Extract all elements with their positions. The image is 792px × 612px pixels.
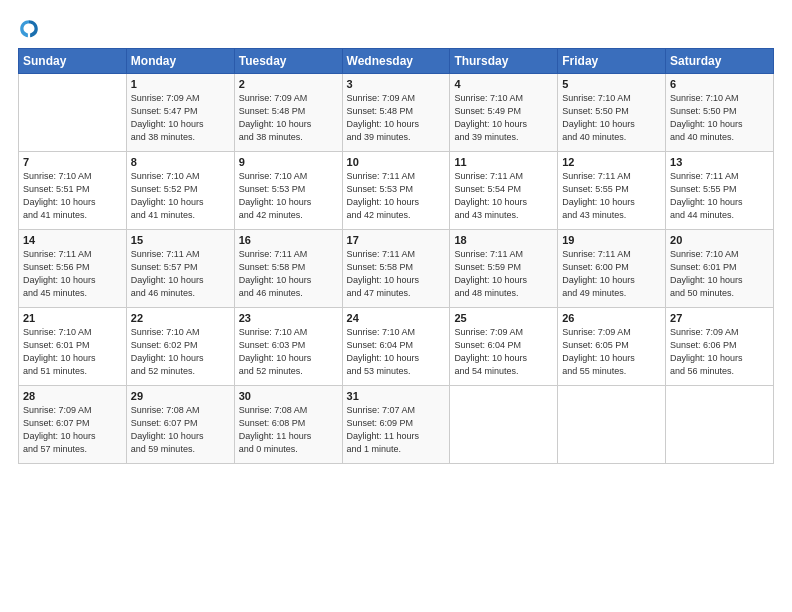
day-number: 15 bbox=[131, 234, 230, 246]
day-cell: 24Sunrise: 7:10 AM Sunset: 6:04 PM Dayli… bbox=[342, 308, 450, 386]
day-number: 21 bbox=[23, 312, 122, 324]
header bbox=[18, 18, 774, 40]
day-cell: 15Sunrise: 7:11 AM Sunset: 5:57 PM Dayli… bbox=[126, 230, 234, 308]
day-number: 3 bbox=[347, 78, 446, 90]
day-number: 17 bbox=[347, 234, 446, 246]
week-row-3: 14Sunrise: 7:11 AM Sunset: 5:56 PM Dayli… bbox=[19, 230, 774, 308]
day-info: Sunrise: 7:11 AM Sunset: 5:59 PM Dayligh… bbox=[454, 248, 553, 300]
day-info: Sunrise: 7:11 AM Sunset: 5:55 PM Dayligh… bbox=[670, 170, 769, 222]
day-cell: 11Sunrise: 7:11 AM Sunset: 5:54 PM Dayli… bbox=[450, 152, 558, 230]
page-container: SundayMondayTuesdayWednesdayThursdayFrid… bbox=[0, 0, 792, 474]
day-info: Sunrise: 7:11 AM Sunset: 5:58 PM Dayligh… bbox=[239, 248, 338, 300]
day-number: 5 bbox=[562, 78, 661, 90]
day-number: 19 bbox=[562, 234, 661, 246]
day-cell: 29Sunrise: 7:08 AM Sunset: 6:07 PM Dayli… bbox=[126, 386, 234, 464]
day-number: 25 bbox=[454, 312, 553, 324]
day-cell: 14Sunrise: 7:11 AM Sunset: 5:56 PM Dayli… bbox=[19, 230, 127, 308]
day-number: 10 bbox=[347, 156, 446, 168]
day-cell: 6Sunrise: 7:10 AM Sunset: 5:50 PM Daylig… bbox=[666, 74, 774, 152]
day-number: 1 bbox=[131, 78, 230, 90]
day-number: 11 bbox=[454, 156, 553, 168]
weekday-monday: Monday bbox=[126, 49, 234, 74]
week-row-4: 21Sunrise: 7:10 AM Sunset: 6:01 PM Dayli… bbox=[19, 308, 774, 386]
logo bbox=[18, 18, 42, 40]
day-number: 18 bbox=[454, 234, 553, 246]
day-cell: 12Sunrise: 7:11 AM Sunset: 5:55 PM Dayli… bbox=[558, 152, 666, 230]
day-cell: 8Sunrise: 7:10 AM Sunset: 5:52 PM Daylig… bbox=[126, 152, 234, 230]
day-info: Sunrise: 7:10 AM Sunset: 6:01 PM Dayligh… bbox=[670, 248, 769, 300]
day-cell: 25Sunrise: 7:09 AM Sunset: 6:04 PM Dayli… bbox=[450, 308, 558, 386]
day-cell: 16Sunrise: 7:11 AM Sunset: 5:58 PM Dayli… bbox=[234, 230, 342, 308]
week-row-2: 7Sunrise: 7:10 AM Sunset: 5:51 PM Daylig… bbox=[19, 152, 774, 230]
day-number: 27 bbox=[670, 312, 769, 324]
day-cell: 3Sunrise: 7:09 AM Sunset: 5:48 PM Daylig… bbox=[342, 74, 450, 152]
day-info: Sunrise: 7:11 AM Sunset: 5:58 PM Dayligh… bbox=[347, 248, 446, 300]
day-info: Sunrise: 7:10 AM Sunset: 5:50 PM Dayligh… bbox=[670, 92, 769, 144]
day-info: Sunrise: 7:09 AM Sunset: 6:06 PM Dayligh… bbox=[670, 326, 769, 378]
week-row-1: 1Sunrise: 7:09 AM Sunset: 5:47 PM Daylig… bbox=[19, 74, 774, 152]
calendar-table: SundayMondayTuesdayWednesdayThursdayFrid… bbox=[18, 48, 774, 464]
day-number: 30 bbox=[239, 390, 338, 402]
day-number: 13 bbox=[670, 156, 769, 168]
day-cell: 20Sunrise: 7:10 AM Sunset: 6:01 PM Dayli… bbox=[666, 230, 774, 308]
day-number: 12 bbox=[562, 156, 661, 168]
day-info: Sunrise: 7:10 AM Sunset: 6:02 PM Dayligh… bbox=[131, 326, 230, 378]
day-info: Sunrise: 7:09 AM Sunset: 5:48 PM Dayligh… bbox=[239, 92, 338, 144]
weekday-header-row: SundayMondayTuesdayWednesdayThursdayFrid… bbox=[19, 49, 774, 74]
day-info: Sunrise: 7:10 AM Sunset: 6:04 PM Dayligh… bbox=[347, 326, 446, 378]
logo-icon bbox=[18, 18, 40, 40]
day-info: Sunrise: 7:07 AM Sunset: 6:09 PM Dayligh… bbox=[347, 404, 446, 456]
day-cell: 9Sunrise: 7:10 AM Sunset: 5:53 PM Daylig… bbox=[234, 152, 342, 230]
day-number: 16 bbox=[239, 234, 338, 246]
day-number: 9 bbox=[239, 156, 338, 168]
day-info: Sunrise: 7:08 AM Sunset: 6:08 PM Dayligh… bbox=[239, 404, 338, 456]
weekday-thursday: Thursday bbox=[450, 49, 558, 74]
day-cell bbox=[19, 74, 127, 152]
day-info: Sunrise: 7:11 AM Sunset: 5:53 PM Dayligh… bbox=[347, 170, 446, 222]
day-info: Sunrise: 7:09 AM Sunset: 5:47 PM Dayligh… bbox=[131, 92, 230, 144]
day-info: Sunrise: 7:10 AM Sunset: 6:01 PM Dayligh… bbox=[23, 326, 122, 378]
day-number: 8 bbox=[131, 156, 230, 168]
day-cell: 27Sunrise: 7:09 AM Sunset: 6:06 PM Dayli… bbox=[666, 308, 774, 386]
day-cell: 2Sunrise: 7:09 AM Sunset: 5:48 PM Daylig… bbox=[234, 74, 342, 152]
day-cell: 1Sunrise: 7:09 AM Sunset: 5:47 PM Daylig… bbox=[126, 74, 234, 152]
day-cell bbox=[450, 386, 558, 464]
weekday-friday: Friday bbox=[558, 49, 666, 74]
day-number: 31 bbox=[347, 390, 446, 402]
day-info: Sunrise: 7:10 AM Sunset: 5:50 PM Dayligh… bbox=[562, 92, 661, 144]
day-number: 26 bbox=[562, 312, 661, 324]
day-number: 2 bbox=[239, 78, 338, 90]
day-cell: 23Sunrise: 7:10 AM Sunset: 6:03 PM Dayli… bbox=[234, 308, 342, 386]
day-cell bbox=[666, 386, 774, 464]
day-cell: 5Sunrise: 7:10 AM Sunset: 5:50 PM Daylig… bbox=[558, 74, 666, 152]
weekday-wednesday: Wednesday bbox=[342, 49, 450, 74]
day-number: 7 bbox=[23, 156, 122, 168]
day-number: 20 bbox=[670, 234, 769, 246]
day-info: Sunrise: 7:09 AM Sunset: 6:04 PM Dayligh… bbox=[454, 326, 553, 378]
day-info: Sunrise: 7:09 AM Sunset: 6:07 PM Dayligh… bbox=[23, 404, 122, 456]
day-cell: 18Sunrise: 7:11 AM Sunset: 5:59 PM Dayli… bbox=[450, 230, 558, 308]
day-cell: 30Sunrise: 7:08 AM Sunset: 6:08 PM Dayli… bbox=[234, 386, 342, 464]
day-cell: 21Sunrise: 7:10 AM Sunset: 6:01 PM Dayli… bbox=[19, 308, 127, 386]
day-info: Sunrise: 7:09 AM Sunset: 5:48 PM Dayligh… bbox=[347, 92, 446, 144]
day-info: Sunrise: 7:10 AM Sunset: 5:53 PM Dayligh… bbox=[239, 170, 338, 222]
day-cell: 28Sunrise: 7:09 AM Sunset: 6:07 PM Dayli… bbox=[19, 386, 127, 464]
weekday-sunday: Sunday bbox=[19, 49, 127, 74]
day-cell bbox=[558, 386, 666, 464]
day-number: 28 bbox=[23, 390, 122, 402]
day-number: 4 bbox=[454, 78, 553, 90]
day-info: Sunrise: 7:11 AM Sunset: 5:54 PM Dayligh… bbox=[454, 170, 553, 222]
day-cell: 17Sunrise: 7:11 AM Sunset: 5:58 PM Dayli… bbox=[342, 230, 450, 308]
day-number: 22 bbox=[131, 312, 230, 324]
weekday-tuesday: Tuesday bbox=[234, 49, 342, 74]
day-cell: 7Sunrise: 7:10 AM Sunset: 5:51 PM Daylig… bbox=[19, 152, 127, 230]
day-info: Sunrise: 7:11 AM Sunset: 5:56 PM Dayligh… bbox=[23, 248, 122, 300]
day-info: Sunrise: 7:11 AM Sunset: 5:55 PM Dayligh… bbox=[562, 170, 661, 222]
day-number: 29 bbox=[131, 390, 230, 402]
day-info: Sunrise: 7:10 AM Sunset: 5:52 PM Dayligh… bbox=[131, 170, 230, 222]
day-cell: 19Sunrise: 7:11 AM Sunset: 6:00 PM Dayli… bbox=[558, 230, 666, 308]
day-cell: 26Sunrise: 7:09 AM Sunset: 6:05 PM Dayli… bbox=[558, 308, 666, 386]
week-row-5: 28Sunrise: 7:09 AM Sunset: 6:07 PM Dayli… bbox=[19, 386, 774, 464]
day-cell: 22Sunrise: 7:10 AM Sunset: 6:02 PM Dayli… bbox=[126, 308, 234, 386]
day-info: Sunrise: 7:11 AM Sunset: 6:00 PM Dayligh… bbox=[562, 248, 661, 300]
